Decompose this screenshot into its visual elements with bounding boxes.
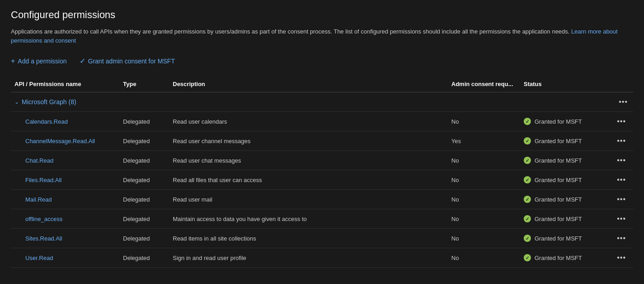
permission-description: Maintain access to data you have given i… [169,209,448,229]
status-dot-icon [524,118,531,125]
header-status: Status [520,76,611,92]
permission-name[interactable]: Chat.Read [14,157,53,164]
table-row: Chat.Read Delegated Read user chat messa… [11,151,633,170]
add-permission-button[interactable]: + Add a permission [11,55,67,67]
permission-more-button[interactable]: ••• [615,214,628,224]
permission-admin-consent: No [448,190,520,209]
permission-admin-consent: No [448,248,520,268]
header-description: Description [169,76,448,92]
permission-name[interactable]: Calendars.Read [14,118,68,125]
description-text: Applications are authorized to call APIs… [11,27,633,45]
header-type: Type [119,76,169,92]
permission-more-button[interactable]: ••• [615,253,628,263]
table-row: Files.Read.All Delegated Read all files … [11,170,633,190]
table-row: Mail.Read Delegated Read user mail No Gr… [11,190,633,209]
permission-description: Read all files that user can access [169,170,448,190]
status-label: Granted for MSFT [535,138,582,144]
status-granted: Granted for MSFT [524,176,605,183]
status-dot-icon [524,157,531,164]
plus-icon: + [11,57,15,65]
permission-type: Delegated [119,229,169,248]
group-label[interactable]: ⌄ Microsoft Graph (8) [14,98,607,106]
status-label: Granted for MSFT [535,235,582,242]
header-admin-consent: Admin consent requ... [448,76,520,92]
status-label: Granted for MSFT [535,177,582,183]
status-granted: Granted for MSFT [524,157,605,164]
status-dot-icon [524,137,531,144]
permission-type: Delegated [119,131,169,151]
grant-consent-button[interactable]: ✓ Grant admin consent for MSFT [80,55,175,67]
header-actions [611,76,633,92]
permission-type: Delegated [119,112,169,131]
chevron-icon: ⌄ [14,99,19,105]
status-granted: Granted for MSFT [524,137,605,144]
permission-name[interactable]: Sites.Read.All [14,235,62,242]
permission-more-button[interactable]: ••• [615,136,628,146]
permission-type: Delegated [119,190,169,209]
permission-type: Delegated [119,151,169,170]
table-row: Calendars.Read Delegated Read user calen… [11,112,633,131]
toolbar: + Add a permission ✓ Grant admin consent… [11,55,633,67]
permissions-table: API / Permissions name Type Description … [11,76,633,268]
permission-more-button[interactable]: ••• [615,155,628,165]
status-dot-icon [524,254,531,261]
permission-admin-consent: No [448,229,520,248]
permission-more-button[interactable]: ••• [615,175,628,185]
permission-description: Read user channel messages [169,131,448,151]
permission-name[interactable]: offline_access [14,216,62,222]
status-granted: Granted for MSFT [524,215,605,222]
permission-admin-consent: No [448,170,520,190]
status-label: Granted for MSFT [535,118,582,125]
table-row: Sites.Read.All Delegated Read items in a… [11,229,633,248]
permission-admin-consent: No [448,151,520,170]
status-granted: Granted for MSFT [524,254,605,261]
permission-description: Read user chat messages [169,151,448,170]
status-label: Granted for MSFT [535,255,582,261]
permission-type: Delegated [119,248,169,268]
group-row: ⌄ Microsoft Graph (8) ••• [11,92,633,112]
permission-name[interactable]: Files.Read.All [14,177,62,183]
permission-admin-consent: No [448,112,520,131]
permission-more-button[interactable]: ••• [615,116,628,126]
permission-description: Read user calendars [169,112,448,131]
table-row: User.Read Delegated Sign in and read use… [11,248,633,268]
status-label: Granted for MSFT [535,216,582,222]
permission-description: Read items in all site collections [169,229,448,248]
permission-admin-consent: Yes [448,131,520,151]
permission-description: Read user mail [169,190,448,209]
permission-more-button[interactable]: ••• [615,233,628,243]
status-dot-icon [524,196,531,203]
status-granted: Granted for MSFT [524,118,605,125]
permission-admin-consent: No [448,209,520,229]
status-label: Granted for MSFT [535,157,582,164]
permission-description: Sign in and read user profile [169,248,448,268]
permission-name[interactable]: Mail.Read [14,196,52,203]
status-granted: Granted for MSFT [524,196,605,203]
table-row: offline_access Delegated Maintain access… [11,209,633,229]
status-label: Granted for MSFT [535,196,582,203]
table-row: ChannelMessage.Read.All Delegated Read u… [11,131,633,151]
status-dot-icon [524,176,531,183]
status-granted: Granted for MSFT [524,235,605,242]
permission-type: Delegated [119,170,169,190]
header-api-name: API / Permissions name [11,76,119,92]
status-dot-icon [524,235,531,242]
permission-name[interactable]: User.Read [14,255,53,261]
group-name: Microsoft Graph (8) [22,98,76,106]
table-header-row: API / Permissions name Type Description … [11,76,633,92]
page-title: Configured permissions [11,9,633,21]
group-more-button[interactable]: ••• [617,97,630,107]
permission-name[interactable]: ChannelMessage.Read.All [14,138,95,144]
checkmark-icon: ✓ [80,57,85,65]
permission-more-button[interactable]: ••• [615,194,628,204]
status-dot-icon [524,215,531,222]
permission-type: Delegated [119,209,169,229]
